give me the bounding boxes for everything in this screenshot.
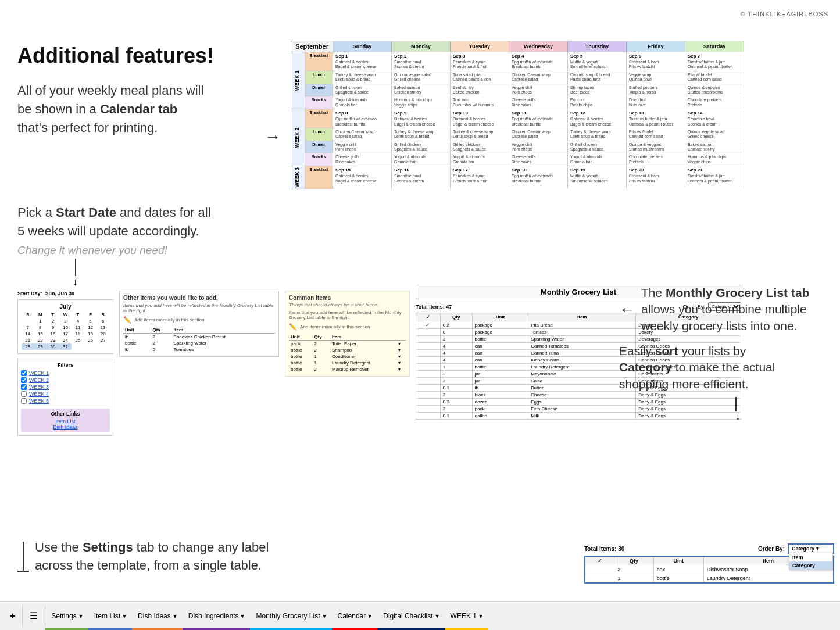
tab-digital-checklist-arrow[interactable]: ▾ [435, 612, 439, 620]
tab-calendar[interactable]: Calendar ▾ [332, 602, 378, 630]
filter-week2-checkbox[interactable] [21, 377, 27, 383]
other-links-section: Other Links Item List Dish Ideas [21, 409, 110, 432]
settings-text: Use the Settings tab to change any label… [35, 539, 269, 575]
w2-thu-lunch: Turkey & cheese wrapLentil soup & bread [567, 128, 626, 141]
filter-week1-link[interactable]: WEEK 1 [29, 370, 49, 376]
w3-fri-breakfast: Sep 20Croissant & hamPita w/ tzatziki [626, 166, 685, 189]
tab-dish-ideas[interactable]: Dish Ideas ▾ [132, 602, 183, 630]
filter-week4[interactable]: WEEK 4 [21, 391, 110, 397]
tab-settings[interactable]: Settings ▾ [45, 602, 88, 630]
tab-settings-label: Settings [51, 612, 76, 620]
w2-fri-breakfast: Sep 13Toast w/ butter & jamOatmeal & pea… [626, 109, 685, 128]
add-manually-text: Add items manually in this section [134, 317, 205, 323]
small-grocery-total: Total Items: 30 [584, 546, 624, 552]
tuesday-header: Tuesday [451, 41, 509, 52]
filter-week3-checkbox[interactable] [21, 384, 27, 390]
filter-week2-link[interactable]: WEEK 2 [29, 377, 49, 383]
calendar-description: All of your weekly meal plans will be sh… [17, 81, 267, 137]
filter-week3[interactable]: WEEK 3 [21, 384, 110, 390]
common-add-manually: Add items manually in this section [300, 324, 370, 330]
filter-week3-link[interactable]: WEEK 3 [29, 384, 49, 390]
tab-dish-ideas-label: Dish Ideas [138, 612, 171, 620]
dropdown-item-option[interactable]: Item [789, 553, 832, 561]
w2-dinner-label: Dinner [305, 141, 333, 153]
w2-wed-breakfast: Sep 11Egg muffin w/ avocadoBreakfast bur… [509, 109, 568, 128]
add-tab-button[interactable]: + [3, 606, 23, 626]
w2-sat-lunch: Quinoa veggie saladGrilled cheese [685, 128, 744, 141]
w2-sat-breakfast: Sep 14Smoothie bowlScones & cream [685, 109, 744, 128]
common-item-row: bottle1Conditioner▾ [289, 353, 406, 360]
tab-item-list[interactable]: Item List ▾ [88, 602, 132, 630]
filter-week2[interactable]: WEEK 2 [21, 377, 110, 383]
filter-week1-checkbox[interactable] [21, 370, 27, 376]
tab-dish-ideas-arrow[interactable]: ▾ [173, 612, 177, 620]
w3-wed-breakfast: Sep 18Egg muffin w/ avocadoBreakfast bur… [509, 166, 568, 189]
tab-monthly-grocery-arrow[interactable]: ▾ [323, 612, 326, 620]
qty-col: Qty [440, 313, 472, 321]
tab-monthly-grocery-list[interactable]: Monthly Grocery List ▾ [250, 602, 331, 630]
w2-sat-dinner: Baked salmonChicken stir-fry [685, 141, 744, 153]
small-grocery-section: Total Items: 30 Order By: Category ▾ Ite… [584, 543, 834, 584]
start-date-description: Pick a Start Date and dates for all 5 we… [17, 203, 267, 259]
sort-down-arrow: ↓ [735, 411, 740, 422]
tab-calendar-label: Calendar [338, 612, 366, 620]
items-panel-subtitle: Items that you add here will be reflecte… [123, 303, 275, 313]
w2-wed-dinner: Veggie chiliPork chops [509, 141, 568, 153]
item-row: lb2Boneless Chicken Breast [123, 334, 275, 341]
common-item-row: bottle1Laundry Detergent▾ [289, 360, 406, 366]
item-col-header: Item [172, 327, 275, 334]
saturday-header: Saturday [685, 41, 744, 52]
start-date-arrow: ↓ [73, 259, 78, 288]
w1-fri-lunch: Veggie wrapQuinoa bowl [626, 71, 685, 84]
common-items-title: Common Items [289, 295, 406, 301]
w2-fri-lunch: Pita w/ falafelCanned corn salad [626, 128, 685, 141]
dropdown-category-option[interactable]: Category [789, 561, 832, 570]
copyright-text: © THINKLIKEAGIRLBOSS [741, 10, 828, 17]
filter-week5[interactable]: WEEK 5 [21, 398, 110, 404]
tab-dish-ingredients[interactable]: Dish Ingredients ▾ [183, 602, 251, 630]
common-items-panel: Common Items Things that should always b… [285, 291, 410, 377]
item-list-link[interactable]: Item List [23, 418, 108, 424]
w1-mon-breakfast: Sep 2Smoothie bowlScones & cream [392, 52, 451, 71]
tab-week1[interactable]: WEEK 1 ▾ [445, 602, 488, 630]
dinner-label: Dinner [305, 84, 333, 96]
w1-tue-snacks: Trail mixCucumber w/ hummus [451, 96, 509, 109]
filter-week5-checkbox[interactable] [21, 398, 27, 404]
w1-thu-dinner: Shrimp tacosBeef tacos [567, 84, 626, 96]
common-items-table: Unit Qty Item pack2Toilet Paper▾ bottle2… [289, 334, 406, 373]
filter-week4-link[interactable]: WEEK 4 [29, 391, 49, 397]
w2-tue-snacks: Yogurt & almondsGranola bar [451, 153, 509, 166]
w2-mon-breakfast: Sep 9Oatmeal & berriesBagel & cream chee… [392, 109, 451, 128]
common-items-subtitle: Things that should always be in your hom… [289, 302, 406, 307]
mini-calendar-section: Start Day: Sun, Jun 30 July SMTWTFS 1234… [17, 291, 113, 436]
mini-calendar: July SMTWTFS 123456 78910111213 14151617… [17, 299, 113, 354]
filter-week4-checkbox[interactable] [21, 391, 27, 397]
tab-dish-ingredients-arrow[interactable]: ▾ [241, 612, 244, 620]
tab-menu-button[interactable]: ☰ [23, 606, 45, 626]
tab-item-list-arrow[interactable]: ▾ [123, 612, 126, 620]
tab-settings-arrow[interactable]: ▾ [79, 612, 83, 620]
dish-ideas-link[interactable]: Dish Ideas [23, 424, 108, 430]
w1-sun-dinner: Grilled chickenSpaghetti & sauce [333, 84, 392, 96]
sunday-header: Sunday [333, 41, 392, 52]
qty-col-header: Qty [151, 327, 172, 334]
w2-breakfast-label: Breakfast [305, 109, 333, 128]
w1-thu-lunch: Canned soup & breadPasta salad tuna [567, 71, 626, 84]
w2-sun-dinner: Veggie chiliPork chops [333, 141, 392, 153]
w2-thu-snacks: Yogurt & almondsGranola bar [567, 153, 626, 166]
tab-digital-checklist[interactable]: Digital Checklist ▾ [377, 602, 444, 630]
tab-calendar-arrow[interactable]: ▾ [368, 612, 371, 620]
order-by-dropdown[interactable]: Category ▾ Item Category [788, 543, 834, 554]
w1-tue-dinner: Beef stir-fryBaked chicken [451, 84, 509, 96]
w1-mon-lunch: Quinoa veggie saladGrilled cheese [392, 71, 451, 84]
week2-label: WEEK 2 [291, 109, 305, 166]
tab-digital-checklist-label: Digital Checklist [383, 612, 432, 620]
week3-label: WEEK 3 [291, 166, 305, 189]
small-check-col: ✓ [585, 556, 614, 565]
filter-week5-link[interactable]: WEEK 5 [29, 398, 49, 404]
filter-week1[interactable]: WEEK 1 [21, 370, 110, 376]
w2-thu-breakfast: Sep 12Oatmeal & berriesBagel & cream che… [567, 109, 626, 128]
mini-cal-month: July [22, 303, 109, 310]
tab-week1-arrow[interactable]: ▾ [479, 612, 482, 620]
month-header: September [291, 41, 333, 52]
